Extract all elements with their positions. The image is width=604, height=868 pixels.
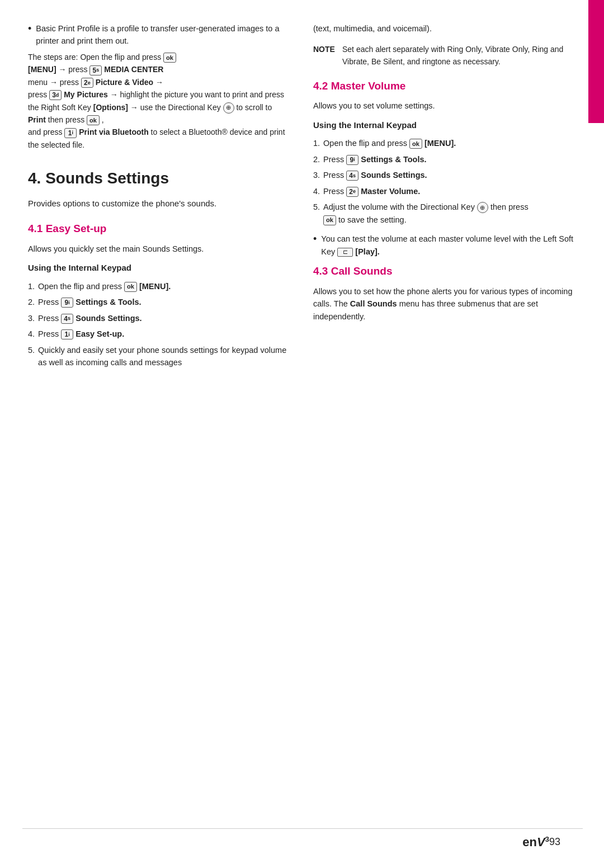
picture-video-label: Picture & Video →: [96, 78, 163, 87]
dir-key-1: ⊕: [223, 102, 234, 114]
step-content: Quickly and easily set your phone sounds…: [38, 344, 291, 369]
step-42-2: 2. Press 9i Settings & Tools.: [313, 153, 576, 166]
bottom-rule: [22, 828, 583, 829]
menu-label-1: [MENU] →: [28, 65, 66, 74]
media-center-label: MEDIA CENTER: [104, 65, 163, 74]
step-41-4: 4. Press 1i Easy Set-up.: [28, 328, 291, 340]
and-label: and press: [28, 128, 64, 136]
key-4s-42: 4s: [346, 171, 358, 181]
ok-key-42-5: ok: [323, 215, 336, 225]
step-42-3: 3. Press 4s Sounds Settings.: [313, 169, 576, 181]
step-num: 1.: [313, 137, 320, 149]
bullet-dot: •: [28, 22, 31, 48]
brand-logo: enV3: [522, 833, 549, 851]
bullet-dot-42: •: [313, 233, 317, 258]
bullet-item-1: • Basic Print Profile is a profile to tr…: [28, 22, 291, 48]
ok-key-2: ok: [87, 115, 100, 125]
step-42-4: 4. Press 2e Master Volume.: [313, 185, 576, 197]
step-content: Press 4s Sounds Settings.: [38, 312, 291, 324]
step-content: Open the flip and press ok [MENU].: [38, 280, 291, 293]
section-43-bold: Call Sounds: [350, 299, 397, 308]
step-num: 3.: [28, 312, 35, 324]
then-label: then press: [48, 115, 87, 124]
step-num: 4.: [313, 185, 320, 197]
step-content: Open the flip and press ok [MENU].: [323, 137, 576, 149]
bullet-42-text: You can test the volume at each master v…: [321, 233, 576, 258]
key-9i: 9i: [61, 298, 73, 308]
note-label: NOTE: [313, 44, 337, 68]
footer: enV3 93: [0, 833, 588, 851]
num5-key: 5s: [89, 65, 102, 76]
bullet-text-1: Basic Print Profile is a profile to tran…: [36, 22, 291, 48]
num2-key: 2e: [81, 78, 93, 88]
key-4s: 4s: [61, 314, 73, 324]
use-label: use the Directional Key: [140, 103, 223, 112]
step-content: Press 1i Easy Set-up.: [38, 328, 291, 340]
step-content: Press 2e Master Volume.: [323, 185, 576, 197]
steps-42-list: 1. Open the flip and press ok [MENU]. 2.…: [313, 137, 576, 226]
step-42-5: 5. Adjust the volume with the Directiona…: [313, 201, 576, 226]
steps-text: The steps are: Open the flip and press o…: [28, 51, 291, 151]
right-column: (text, multimedia, and voicemail). NOTE …: [313, 22, 576, 834]
options-label: [Options]: [93, 103, 128, 112]
step-41-1: 1. Open the flip and press ok [MENU].: [28, 280, 291, 293]
press-label: press: [68, 65, 89, 74]
left-column: • Basic Print Profile is a profile to tr…: [28, 22, 291, 834]
section-43-heading: 4.3 Call Sounds: [313, 263, 576, 280]
menu2-label: menu → press: [28, 78, 81, 87]
section-tab: [588, 0, 604, 123]
step-41-5: 5. Quickly and easily set your phone sou…: [28, 344, 291, 369]
bullet-42: • You can test the volume at each master…: [313, 233, 576, 258]
ok-key-1: ok: [163, 53, 176, 63]
section-41-heading: 4.1 Easy Set-up: [28, 221, 291, 237]
steps-41-list: 1. Open the flip and press ok [MENU]. 2.…: [28, 280, 291, 369]
arrow2-label: →: [130, 103, 140, 112]
step-41-2: 2. Press 9i Settings & Tools.: [28, 296, 291, 308]
note-block: NOTE Set each alert separately with Ring…: [313, 44, 576, 68]
dir-key-42: ⊕: [477, 202, 488, 213]
section-42-intro: Allows you to set volume settings.: [313, 100, 576, 112]
top-bullet-section: • Basic Print Profile is a profile to tr…: [28, 22, 291, 151]
page: • Basic Print Profile is a profile to tr…: [0, 0, 604, 868]
ok-key-s41: ok: [124, 282, 137, 292]
scroll-label: to scroll to: [236, 103, 272, 112]
soft-key-play: ⊏: [337, 248, 353, 257]
bluetooth-label: Print via Bluetooth: [79, 128, 148, 136]
step-num: 4.: [28, 328, 35, 340]
step-content: Press 9i Settings & Tools.: [38, 296, 291, 308]
ok-key-s42: ok: [409, 139, 422, 149]
press3-label: press: [28, 90, 49, 99]
key-1i: 1i: [61, 329, 73, 339]
key-2e-42: 2e: [346, 187, 358, 197]
print-label: Print: [28, 115, 46, 124]
step-num: 2.: [28, 296, 35, 308]
step-42-1: 1. Open the flip and press ok [MENU].: [313, 137, 576, 149]
subsection-42-heading: Using the Internal Keypad: [313, 119, 576, 132]
steps-intro: The steps are: Open the flip and press: [28, 53, 161, 62]
page-number: 93: [549, 834, 560, 850]
num3-key: 3d: [49, 90, 62, 100]
key-9i-42: 9i: [346, 155, 358, 165]
step-num: 5.: [28, 344, 35, 369]
step-content: Adjust the volume with the Directional K…: [323, 201, 576, 226]
step-num: 3.: [313, 169, 320, 181]
step-content: Press 4s Sounds Settings.: [323, 169, 576, 181]
section-41-intro: Allows you quickly set the main Sounds S…: [28, 243, 291, 255]
mypictures-label: My Pictures →: [64, 90, 117, 99]
subsection-41-heading: Using the Internal Keypad: [28, 262, 291, 275]
chapter-intro: Provides options to customize the phone'…: [28, 197, 291, 210]
step-content: Press 9i Settings & Tools.: [323, 153, 576, 166]
step-num: 1.: [28, 280, 35, 293]
step-num: 2.: [313, 153, 320, 166]
note-text: Set each alert separately with Ring Only…: [342, 44, 576, 68]
section-42-heading: 4.2 Master Volume: [313, 78, 576, 95]
section-43-intro: Allows you to set how the phone alerts y…: [313, 285, 576, 323]
step-num: 5.: [313, 201, 320, 226]
comma-label: ,: [102, 115, 104, 124]
step-41-3: 3. Press 4s Sounds Settings.: [28, 312, 291, 324]
num1b-key: 1i: [64, 128, 77, 138]
right-top-text: (text, multimedia, and voicemail).: [313, 22, 576, 35]
chapter-heading: 4. Sounds Settings: [28, 167, 291, 190]
